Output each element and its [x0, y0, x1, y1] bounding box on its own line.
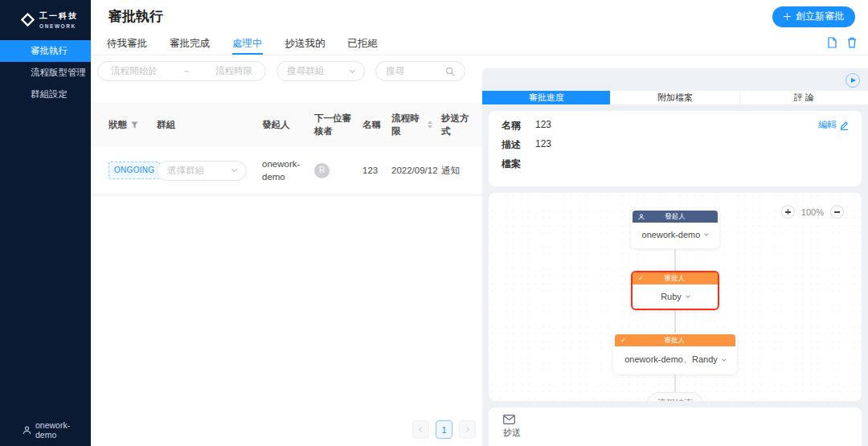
play-icon: [851, 78, 856, 83]
chevron-down-icon: [705, 231, 710, 236]
row-group-placeholder: 選擇群組: [167, 164, 204, 177]
zoom-level: 100%: [801, 207, 824, 217]
col-group: 群組: [157, 118, 175, 131]
next-reviewer-avatar[interactable]: R: [314, 163, 330, 178]
create-approval-button[interactable]: 創立新審批: [772, 6, 855, 27]
flow-node-approver-2[interactable]: ✓ 審批人 onework-demo、Randy: [613, 333, 737, 374]
detail-tabs: 審批進度 附加檔案 評 論: [482, 91, 868, 105]
flow-connector: [674, 248, 676, 271]
row-group-select[interactable]: 選擇群組: [157, 161, 247, 181]
check-icon: ✓: [620, 338, 626, 344]
flow-connector: [674, 310, 676, 333]
tab-in-progress[interactable]: 處理中: [232, 33, 263, 55]
chevron-down-icon: [231, 166, 237, 172]
description-label: 描述: [502, 138, 521, 152]
node-role-label: 審批人: [644, 274, 706, 284]
date-start-placeholder: 流程開始於: [111, 65, 158, 77]
search-placeholder: 搜尋: [386, 65, 404, 77]
pagination-prev-button[interactable]: [412, 420, 429, 439]
tab-approval-completed[interactable]: 審批完成: [170, 33, 210, 55]
zoom-in-button[interactable]: [781, 205, 795, 219]
date-range-picker[interactable]: 流程開始於 ~ 流程時限: [97, 61, 266, 81]
status-badge: ONGOING: [108, 162, 160, 179]
search-icon: [445, 67, 455, 76]
node-role-label: 審批人: [626, 336, 723, 346]
chevron-down-icon: [686, 293, 690, 298]
node-assignee: onework-demo、Randy: [624, 354, 718, 366]
table-row[interactable]: ONGOING 選擇群組 onework-demo R 123 2022/09/…: [91, 146, 482, 195]
cc-label: 抄送: [503, 427, 847, 439]
main-area: 審批執行 創立新審批 待我審批 審批完成 處理中 抄送我的 已拒絕 流程開始於: [91, 0, 868, 446]
node-assignee: Ruby: [661, 292, 682, 301]
workflow-canvas[interactable]: 100% 發起人 onework-demo: [489, 193, 862, 401]
search-input[interactable]: 搜尋: [375, 61, 465, 81]
play-button[interactable]: [845, 73, 860, 88]
zoom-out-button[interactable]: [830, 205, 844, 219]
name-label: 名稱: [502, 119, 521, 133]
detail-tab-attachments[interactable]: 附加檔案: [611, 91, 739, 105]
chevron-down-icon: [722, 357, 727, 362]
flow-end-node: 流程結束: [647, 392, 703, 401]
tab-cc-to-me[interactable]: 抄送我的: [285, 33, 326, 55]
sidebar-user[interactable]: onework-demo: [23, 420, 91, 440]
logo-subtitle: ONEWORK: [39, 23, 78, 29]
col-next-reviewer: 下一位審核者: [314, 112, 358, 137]
flow-connector: [674, 374, 676, 392]
approval-info-card: 名稱 123 描述 123 檔案 編輯: [489, 111, 862, 186]
col-initiator: 發起人: [262, 118, 290, 131]
chevron-left-icon: [419, 427, 424, 432]
flow-node-initiator[interactable]: 發起人 onework-demo: [631, 209, 720, 248]
tab-bar: 待我審批 審批完成 處理中 抄送我的 已拒絕: [91, 33, 868, 55]
sidebar-item-flow-template-management[interactable]: 流程版型管理: [0, 62, 91, 84]
zoom-controls: 100%: [781, 205, 844, 219]
col-cc-method: 抄送方式: [441, 112, 475, 137]
col-name: 名稱: [362, 118, 381, 131]
approval-detail-pane: 審批進度 附加檔案 評 論 名稱 123 描述 123 檔案 編輯: [482, 68, 868, 446]
filter-funnel-icon[interactable]: [131, 121, 138, 129]
edit-pencil-icon: [840, 121, 849, 130]
page-header: 審批執行 創立新審批: [91, 0, 868, 33]
export-file-icon[interactable]: [827, 37, 837, 48]
check-icon: ✓: [638, 276, 644, 282]
group-select-placeholder: 搜尋群組: [287, 65, 324, 77]
col-deadline: 流程時限: [391, 112, 424, 137]
date-end-placeholder: 流程時限: [215, 65, 252, 77]
detail-tab-comments[interactable]: 評 論: [740, 91, 868, 105]
tab-rejected[interactable]: 已拒絕: [348, 33, 379, 55]
edit-button[interactable]: 編輯: [818, 119, 849, 131]
flow-node-approver-1[interactable]: ✓ 審批人 Ruby: [631, 271, 719, 310]
date-range-separator: ~: [183, 67, 189, 76]
mail-icon: [503, 415, 847, 424]
row-name: 123: [362, 164, 391, 177]
node-role-label: 發起人: [645, 212, 706, 222]
logo: 工一科技 ONEWORK: [0, 0, 91, 40]
file-label: 檔案: [502, 158, 521, 171]
approval-list-pane: 流程開始於 ~ 流程時限 搜尋群組 搜尋 狀態: [91, 55, 482, 446]
sidebar: 工一科技 ONEWORK 審批執行 流程版型管理 群組設定 onework-de…: [0, 0, 91, 446]
row-initiator: onework-demo: [262, 158, 314, 183]
table-header: 狀態 群組 發起人 下一位審核者 名稱 流程時限 抄送方式: [91, 103, 482, 146]
sidebar-username: onework-demo: [35, 420, 91, 440]
sidebar-item-approval-execution[interactable]: 審批執行: [0, 40, 91, 62]
col-status: 狀態: [108, 118, 127, 131]
description-value: 123: [535, 138, 551, 152]
sort-icon[interactable]: [428, 121, 432, 129]
row-deadline: 2022/09/12: [391, 164, 441, 177]
pagination-page-1[interactable]: 1: [436, 420, 452, 439]
node-assignee: onework-demo: [642, 230, 701, 239]
onework-logo-icon: [21, 13, 35, 27]
chevron-down-icon: [350, 67, 355, 72]
pagination-next-button[interactable]: [459, 420, 476, 439]
row-cc-method: 通知: [441, 164, 480, 177]
cc-section-card: 抄送: [489, 407, 862, 446]
user-icon: [23, 426, 31, 435]
plus-icon: [784, 13, 791, 20]
pagination: 1: [412, 420, 476, 439]
delete-trash-icon[interactable]: [847, 37, 857, 48]
tab-pending-my-approval[interactable]: 待我審批: [107, 33, 147, 55]
group-search-select[interactable]: 搜尋群組: [276, 61, 365, 81]
filters-row: 流程開始於 ~ 流程時限 搜尋群組 搜尋: [91, 55, 482, 81]
name-value: 123: [535, 119, 551, 133]
detail-tab-approval-progress[interactable]: 審批進度: [482, 91, 611, 105]
sidebar-item-group-settings[interactable]: 群組設定: [0, 84, 91, 105]
